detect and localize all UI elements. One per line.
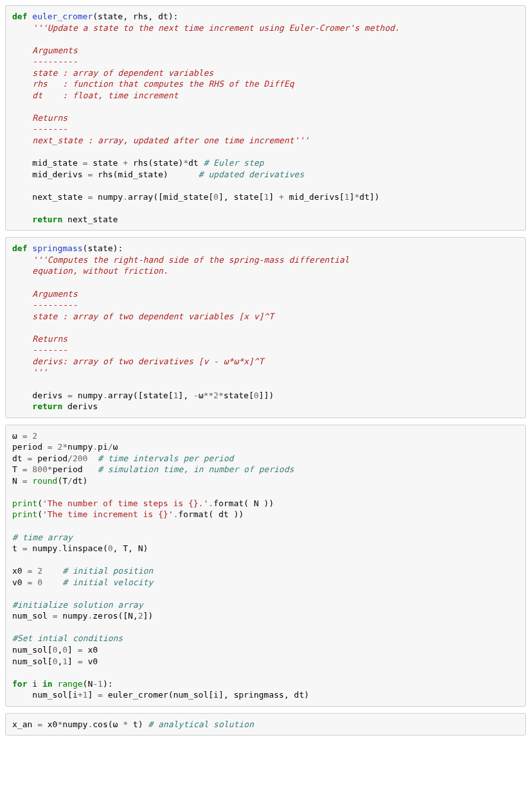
comment: # simulation time, in number of periods bbox=[98, 464, 294, 474]
num: 800 bbox=[32, 464, 47, 474]
op: = bbox=[68, 391, 73, 400]
params: (state): bbox=[83, 243, 123, 253]
keyword-def: def bbox=[12, 12, 27, 21]
num: 0 bbox=[254, 391, 259, 400]
code-text: ( bbox=[37, 499, 42, 508]
docstring-line: state : array of two dependent variables… bbox=[32, 312, 274, 321]
op: * bbox=[62, 442, 68, 452]
code-text: x_an bbox=[12, 719, 37, 729]
code-text: v0 bbox=[12, 578, 27, 587]
num: 0 bbox=[213, 192, 219, 202]
code-text: numpy bbox=[27, 543, 57, 553]
docstring-line: ------- bbox=[32, 345, 68, 355]
code-text: num_sol[ bbox=[12, 645, 53, 655]
docstring-line: derivs: array of two derivatives [v - ω*… bbox=[32, 357, 264, 366]
code-text: T bbox=[12, 464, 22, 474]
code-text: x0 bbox=[12, 566, 27, 576]
code-text: N bbox=[12, 476, 22, 486]
code-text: num_sol[i bbox=[12, 690, 78, 700]
comment: # analytical solution bbox=[148, 719, 253, 729]
code-text: mid_derivs bbox=[32, 170, 87, 179]
code-text bbox=[42, 566, 62, 576]
string: 'The time increment is {}' bbox=[42, 509, 174, 519]
code-text: ] bbox=[68, 645, 78, 655]
docstring-line: state : array of dependent variables bbox=[32, 68, 213, 78]
code-text: num_sol[ bbox=[12, 657, 53, 666]
docstring-line: ------- bbox=[32, 124, 68, 134]
keyword-return: return bbox=[32, 215, 62, 224]
code-text: x0 bbox=[42, 719, 57, 729]
docstring-line: rhs : function that computes the RHS of … bbox=[32, 79, 294, 89]
op: ** bbox=[203, 391, 213, 400]
op: . bbox=[103, 391, 108, 400]
code-text: ]) bbox=[143, 611, 154, 621]
function-name: springmass bbox=[32, 243, 82, 253]
code-text: t bbox=[12, 543, 22, 553]
op: * bbox=[354, 192, 359, 202]
code-text: numpy bbox=[68, 442, 93, 452]
docstring-line: dt : float, time increment bbox=[32, 91, 178, 100]
comment: # time intervals per period bbox=[98, 454, 233, 463]
code-text bbox=[32, 578, 37, 587]
keyword-for: for bbox=[12, 679, 27, 689]
code-text: ], bbox=[178, 391, 193, 400]
op: + bbox=[279, 192, 284, 202]
op: / bbox=[108, 442, 113, 452]
comment: # initial velocity bbox=[62, 578, 153, 587]
op: . bbox=[93, 442, 98, 452]
num: 0 bbox=[108, 543, 113, 553]
code-cell-1[interactable]: def euler_cromer(state, rhs, dt): '''Upd… bbox=[5, 5, 526, 231]
code-text: mid_state bbox=[32, 158, 82, 168]
code-text: t) bbox=[128, 719, 148, 729]
code-text: v0 bbox=[83, 657, 98, 666]
num: 0 bbox=[37, 578, 42, 587]
op: / bbox=[68, 476, 73, 486]
string: 'The number of time steps is {}.' bbox=[42, 499, 208, 508]
code-text: linspace( bbox=[62, 543, 107, 553]
code-text: mid_derivs[ bbox=[284, 192, 345, 202]
docstring-line: next_state : array, updated after one ti… bbox=[32, 136, 309, 145]
code-text: ω bbox=[12, 431, 22, 441]
code-text: numpy bbox=[93, 192, 123, 202]
docstring-line: Returns bbox=[32, 334, 68, 344]
comment: # updated derivatives bbox=[199, 170, 304, 179]
op: . bbox=[208, 499, 213, 508]
builtin: round bbox=[32, 476, 57, 486]
code-text: ] bbox=[87, 690, 98, 700]
code-text: zeros([N, bbox=[93, 611, 138, 621]
code-text: ] bbox=[68, 657, 78, 666]
num: 2 bbox=[138, 611, 143, 621]
code-cell-4[interactable]: x_an = x0*numpy.cos(ω * t) # analytical … bbox=[5, 713, 526, 736]
code-cell-3[interactable]: ω = 2 period = 2*numpy.pi/ω dt = period/… bbox=[5, 425, 526, 707]
op: - bbox=[194, 391, 199, 400]
code-text: (N bbox=[83, 679, 93, 689]
code-text: euler_cromer(num_sol[i], springmass, dt) bbox=[103, 690, 309, 700]
code-text: ] bbox=[269, 192, 279, 202]
num: 1 bbox=[62, 657, 68, 666]
code-text: format( dt )) bbox=[178, 509, 244, 519]
op: = bbox=[78, 657, 83, 666]
code-text: ): bbox=[103, 679, 113, 689]
keyword-in: in bbox=[42, 679, 53, 689]
code-text bbox=[32, 566, 37, 576]
docstring-line: '''Computes the right-hand side of the s… bbox=[32, 255, 349, 265]
code-text: cos(ω bbox=[93, 719, 123, 729]
docstring-line: Arguments bbox=[32, 46, 77, 55]
docstring-line: ''' bbox=[32, 367, 47, 377]
function-name: euler_cromer bbox=[32, 12, 93, 21]
code-text: ], state[ bbox=[219, 192, 264, 202]
op: = bbox=[78, 645, 83, 655]
code-text: period bbox=[32, 454, 68, 463]
num: 1 bbox=[98, 679, 103, 689]
keyword-def: def bbox=[12, 243, 27, 253]
code-text: period bbox=[53, 464, 98, 474]
code-text: ( bbox=[37, 509, 42, 519]
docstring-line: '''Update a state to the next time incre… bbox=[32, 23, 399, 33]
code-cell-2[interactable]: def springmass(state): '''Computes the r… bbox=[5, 237, 526, 418]
code-text: next_state bbox=[32, 192, 87, 202]
op: = bbox=[48, 442, 53, 452]
code-text: rhs(mid_state) bbox=[93, 170, 198, 179]
code-text: next_state bbox=[62, 215, 118, 224]
code-text: dt bbox=[188, 158, 203, 168]
code-text: , T, N) bbox=[113, 543, 148, 553]
